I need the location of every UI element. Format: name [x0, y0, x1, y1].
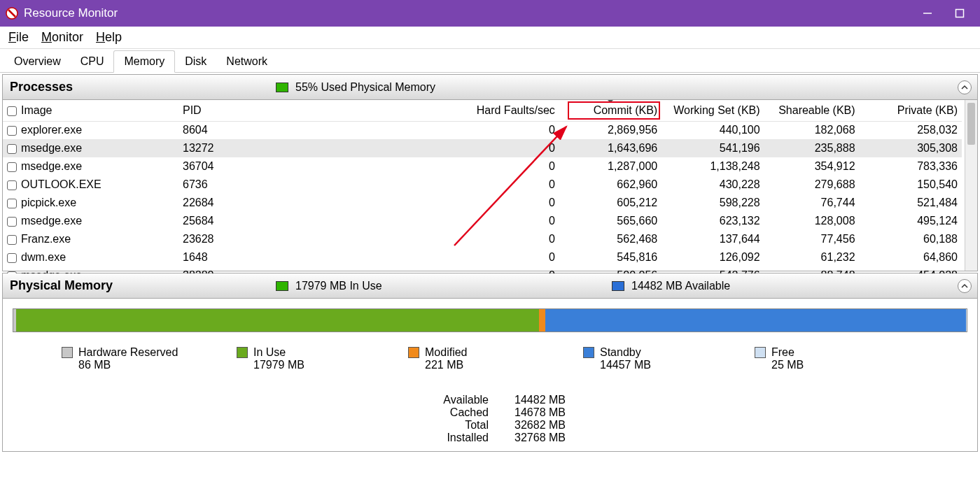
row-checkbox[interactable] — [7, 199, 17, 208]
cell-private: 64,860 — [860, 248, 962, 266]
table-row[interactable]: dwm.exe16480545,816126,09261,23264,860 — [3, 248, 962, 266]
memory-info: Available14482 MBCached14678 MBTotal3268… — [433, 394, 967, 444]
memory-usage-bar — [13, 308, 967, 332]
cell-pid: 13272 — [178, 139, 281, 157]
collapse-processes-button[interactable] — [958, 80, 972, 94]
cell-hard-faults: 0 — [281, 212, 559, 230]
row-checkbox[interactable] — [7, 162, 17, 172]
inuse-swatch-icon — [276, 281, 288, 291]
cell-shareable: 61,232 — [764, 248, 860, 266]
row-checkbox[interactable] — [7, 253, 17, 263]
physical-memory-title: Physical Memory — [10, 278, 113, 293]
legend-name: Modified — [425, 346, 467, 359]
tab-cpu[interactable]: CPU — [71, 51, 114, 72]
cell-image: msedge.exe — [21, 215, 82, 227]
col-hard-faults[interactable]: Hard Faults/sec — [281, 100, 559, 121]
legend-item: Free25 MB — [755, 346, 804, 371]
cell-shareable: 77,456 — [764, 230, 860, 248]
table-row[interactable]: Franz.exe236280562,468137,64477,45660,18… — [3, 230, 962, 248]
menu-monitor[interactable]: Monitor — [41, 30, 83, 45]
col-image[interactable]: Image — [3, 100, 178, 121]
legend-item: Modified221 MB — [408, 346, 467, 371]
legend-item: In Use17979 MB — [237, 346, 304, 371]
tab-memory[interactable]: Memory — [113, 50, 175, 73]
col-commit[interactable]: Commit (KB) — [559, 100, 662, 121]
select-all-checkbox[interactable] — [7, 106, 17, 116]
meminfo-value: 14482 MB — [503, 394, 566, 406]
legend-name: In Use — [253, 346, 286, 359]
collapse-physical-button[interactable] — [958, 279, 972, 293]
tab-bar: Overview CPU Memory Disk Network — [0, 49, 980, 73]
table-row[interactable]: picpick.exe226840605,212598,22876,744521… — [3, 194, 962, 212]
table-row[interactable]: OUTLOOK.EXE67360662,960430,228279,688150… — [3, 176, 962, 194]
cell-image: dwm.exe — [21, 251, 66, 263]
cell-commit: 662,960 — [559, 176, 662, 194]
legend-name: Hardware Reserved — [78, 346, 178, 359]
process-scrollbar[interactable] — [965, 100, 977, 271]
window-title: Resource Monitor — [24, 6, 118, 20]
meminfo-row: Available14482 MB — [433, 394, 967, 406]
legend-value: 14457 MB — [600, 359, 651, 371]
col-shareable[interactable]: Shareable (KB) — [764, 100, 860, 121]
cell-hard-faults: 0 — [281, 157, 559, 176]
row-checkbox[interactable] — [7, 126, 17, 136]
row-checkbox[interactable] — [7, 235, 17, 245]
membar-segment — [16, 309, 539, 332]
cell-image: Franz.exe — [21, 233, 71, 245]
meminfo-row: Cached14678 MB — [433, 406, 967, 419]
inuse-label-wrap: 17979 MB In Use — [276, 280, 382, 292]
meminfo-row: Installed32768 MB — [433, 432, 967, 444]
cell-pid: 6736 — [178, 176, 281, 194]
table-row[interactable]: msedge.exe1327201,643,696541,196235,8883… — [3, 139, 962, 157]
app-icon — [6, 7, 18, 20]
processes-subtitle: 55% Used Physical Memory — [295, 81, 435, 94]
processes-subtitle-wrap: 55% Used Physical Memory — [276, 81, 435, 94]
tab-network[interactable]: Network — [216, 51, 277, 72]
tab-overview[interactable]: Overview — [4, 51, 71, 72]
legend-value: 17979 MB — [253, 359, 304, 371]
cell-private: 60,188 — [860, 230, 962, 248]
cell-pid: 36704 — [178, 157, 281, 176]
cell-shareable: 182,068 — [764, 121, 860, 139]
process-table-wrap: Image PID Hard Faults/sec Commit (KB) Wo… — [3, 100, 977, 271]
row-checkbox[interactable] — [7, 217, 17, 227]
legend-name: Standby — [600, 346, 641, 359]
cell-image: msedge.exe — [21, 142, 82, 154]
legend-item: Standby14457 MB — [583, 346, 651, 371]
membar-segment — [545, 309, 966, 332]
table-row[interactable]: msedge.exe3670401,287,0001,138,248354,91… — [3, 157, 962, 176]
col-pid[interactable]: PID — [178, 100, 281, 121]
cell-working-set: 430,228 — [662, 176, 764, 194]
minimize-button[interactable] — [911, 0, 944, 27]
cell-commit: 565,660 — [559, 212, 662, 230]
cell-commit: 545,816 — [559, 248, 662, 266]
legend-swatch-icon — [755, 347, 766, 358]
row-checkbox[interactable] — [7, 144, 17, 154]
meminfo-value: 14678 MB — [503, 406, 566, 419]
cell-commit: 2,869,956 — [559, 121, 662, 139]
processes-header[interactable]: Processes 55% Used Physical Memory — [3, 75, 977, 100]
table-row[interactable]: explorer.exe860402,869,956440,100182,068… — [3, 121, 962, 139]
row-checkbox[interactable] — [7, 180, 17, 190]
cell-commit: 1,287,000 — [559, 157, 662, 176]
cell-working-set: 126,092 — [662, 248, 764, 266]
cell-pid: 8604 — [178, 121, 281, 139]
cell-private: 521,484 — [860, 194, 962, 212]
col-private[interactable]: Private (KB) — [860, 100, 962, 121]
menu-help[interactable]: Help — [96, 30, 122, 45]
meminfo-value: 32768 MB — [503, 432, 566, 444]
tab-disk[interactable]: Disk — [175, 51, 216, 72]
physical-memory-header[interactable]: Physical Memory 17979 MB In Use 14482 MB… — [3, 273, 977, 299]
cell-working-set: 598,228 — [662, 194, 764, 212]
col-working-set[interactable]: Working Set (KB) — [662, 100, 764, 121]
scrollbar-thumb[interactable] — [967, 103, 975, 145]
cell-pid: 25684 — [178, 212, 281, 230]
maximize-button[interactable] — [944, 0, 976, 27]
table-row[interactable]: msedge.exe256840565,660623,132128,008495… — [3, 212, 962, 230]
cell-hard-faults: 0 — [281, 248, 559, 266]
svg-rect-3 — [956, 10, 964, 17]
menu-file[interactable]: File — [8, 30, 29, 45]
cell-image: OUTLOOK.EXE — [21, 178, 102, 190]
cell-image: picpick.exe — [21, 197, 76, 208]
inuse-label: 17979 MB In Use — [295, 280, 382, 292]
